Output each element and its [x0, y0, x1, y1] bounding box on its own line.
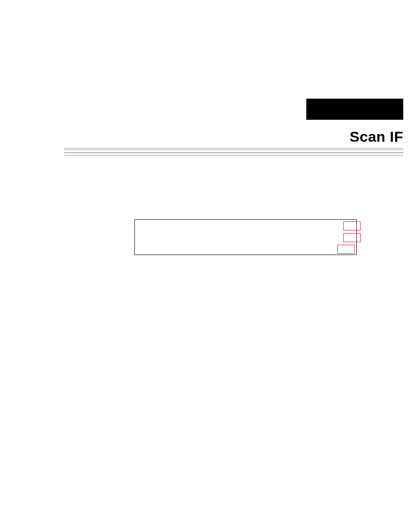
rule-thin	[64, 155, 403, 156]
content-box	[134, 219, 357, 255]
rule-thick	[64, 148, 403, 150]
document-page: Scan IF	[0, 0, 411, 532]
page-title: Scan IF	[350, 128, 403, 145]
rule-mid	[64, 152, 403, 153]
chapter-bar	[306, 99, 403, 120]
link-annotation-3[interactable]	[337, 245, 355, 254]
link-annotation-1[interactable]	[343, 221, 361, 230]
horizontal-rules	[64, 148, 403, 156]
link-annotation-2[interactable]	[343, 233, 361, 242]
